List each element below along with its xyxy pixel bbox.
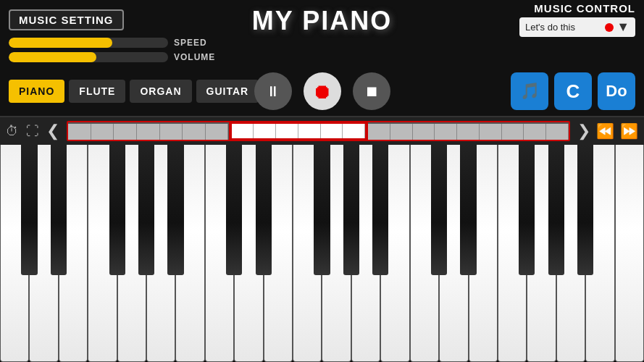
instrument-buttons: PIANO FLUTE ORGAN GUITAR	[9, 80, 259, 103]
black-key[interactable]	[314, 145, 330, 275]
expand-icon[interactable]: ⛶	[26, 124, 39, 139]
dropdown-selected-text: Let's do this	[525, 22, 605, 33]
speed-slider-row: SPEED	[9, 38, 635, 48]
music-control-section: MUSIC CONTROL Let's do this ▼	[519, 2, 635, 37]
left-arrow-icon[interactable]: ❮	[46, 122, 59, 140]
playback-controls: ⏸ ⏺ ⏹	[254, 72, 390, 110]
record-dot-icon	[605, 23, 614, 32]
black-key[interactable]	[109, 145, 125, 275]
black-key[interactable]	[343, 145, 359, 275]
black-key[interactable]	[51, 145, 67, 275]
black-key[interactable]	[256, 145, 272, 275]
nav-left-icons: ⏱ ⛶ ❮	[6, 122, 59, 140]
black-key[interactable]	[431, 145, 447, 275]
piano-button[interactable]: PIANO	[9, 80, 64, 103]
pause-button[interactable]: ⏸	[254, 72, 292, 110]
piano-section	[0, 145, 644, 362]
header-row: MUSIC SETTING MY PIANO MUSIC CONTROL Let…	[0, 0, 644, 36]
stop-button[interactable]: ⏹	[353, 72, 390, 110]
music-control-label: MUSIC CONTROL	[534, 2, 635, 14]
right-arrow-icon[interactable]: ❯	[577, 122, 590, 140]
app-title: MY PIANO	[252, 6, 392, 36]
flute-button[interactable]: FLUTE	[69, 80, 125, 103]
black-key[interactable]	[138, 145, 154, 275]
black-key[interactable]	[167, 145, 183, 275]
music-note-button[interactable]: 🎵	[511, 72, 548, 110]
volume-label: VOLUME	[174, 52, 215, 62]
black-key[interactable]	[226, 145, 242, 275]
record-button[interactable]: ⏺	[304, 72, 341, 110]
speed-slider-fill	[9, 38, 112, 48]
white-key[interactable]	[615, 145, 644, 362]
nav-right-icons: ❯ ⏪ ⏩	[577, 122, 638, 140]
guitar-button[interactable]: GUITAR	[196, 80, 259, 103]
timer-icon[interactable]: ⏱	[6, 124, 19, 139]
rewind-icon[interactable]: ⏪	[596, 122, 614, 140]
music-control-dropdown[interactable]: Let's do this ▼	[519, 17, 635, 37]
piano-nav-bar: ⏱ ⛶ ❮	[0, 116, 644, 145]
sliders-row: SPEED VOLUME	[0, 38, 644, 62]
organ-button[interactable]: ORGAN	[130, 80, 191, 103]
black-key[interactable]	[460, 145, 476, 275]
piano-mini-scroll[interactable]	[67, 121, 570, 141]
note-do-button[interactable]: Do	[598, 72, 635, 110]
black-key[interactable]	[372, 145, 388, 275]
speed-label: SPEED	[174, 38, 214, 48]
black-key[interactable]	[21, 145, 37, 275]
volume-slider-track[interactable]	[9, 52, 168, 62]
volume-slider-row: VOLUME	[9, 52, 635, 62]
top-bar: MUSIC SETTING MY PIANO MUSIC CONTROL Let…	[0, 0, 644, 116]
music-setting-label: MUSIC SETTING	[9, 9, 124, 30]
black-key[interactable]	[519, 145, 535, 275]
chevron-down-icon[interactable]: ▼	[616, 20, 630, 35]
fast-forward-icon[interactable]: ⏩	[620, 122, 638, 140]
black-key[interactable]	[577, 145, 593, 275]
speed-slider-track[interactable]	[9, 38, 168, 48]
black-key[interactable]	[548, 145, 564, 275]
controls-row: PIANO FLUTE ORGAN GUITAR ⏸ ⏺ ⏹ 🎵 C Do	[0, 67, 644, 113]
volume-slider-fill	[9, 52, 96, 62]
right-controls: 🎵 C Do	[511, 72, 635, 110]
note-c-button[interactable]: C	[554, 72, 592, 110]
